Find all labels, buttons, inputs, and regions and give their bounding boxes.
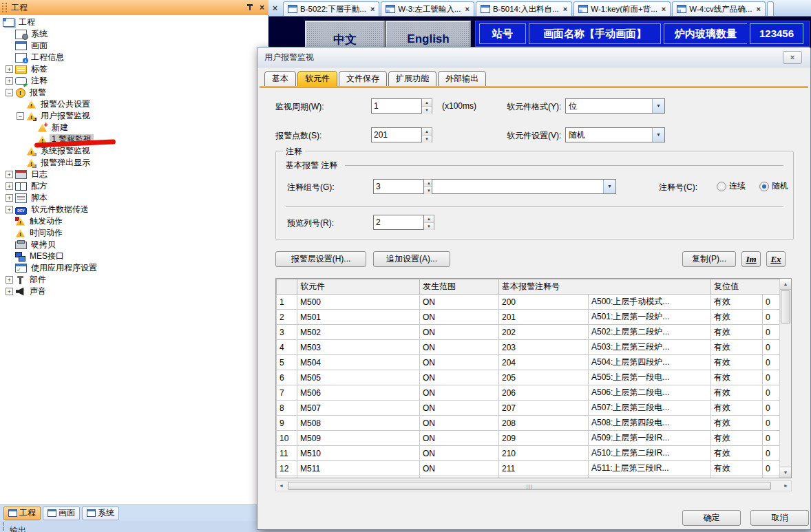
tree-item[interactable]: +日志 bbox=[0, 169, 268, 180]
cell[interactable]: 201 bbox=[499, 310, 589, 325]
table-row[interactable]: 11M510ON210A510:上层第二段IR...有效0 bbox=[277, 446, 781, 461]
panel-close-icon[interactable]: × bbox=[260, 3, 264, 12]
hmi-cell[interactable]: 画面名称【手动画面】 bbox=[529, 23, 661, 44]
tree-item[interactable]: 使用应用程序设置 bbox=[0, 262, 268, 274]
cell[interactable]: M503 bbox=[297, 340, 420, 355]
cell[interactable]: 8 bbox=[277, 401, 297, 416]
radio-random[interactable]: 随机 bbox=[759, 180, 788, 192]
spin-down-icon[interactable]: ▼ bbox=[422, 136, 432, 142]
cell[interactable]: 1 bbox=[277, 295, 297, 310]
cell[interactable]: M508 bbox=[297, 416, 420, 431]
cell[interactable]: ON bbox=[420, 355, 499, 370]
tabbar-close-icon[interactable]: × bbox=[273, 3, 277, 13]
cell[interactable]: A507:上层第三段电... bbox=[589, 401, 711, 416]
cell[interactable]: 204 bbox=[499, 355, 589, 370]
tree-item[interactable]: +注释 bbox=[0, 75, 268, 87]
table-row[interactable]: 8M507ON207A507:上层第三段电...有效0 bbox=[277, 401, 781, 416]
cell[interactable]: A501:上层第一段炉... bbox=[589, 310, 711, 325]
cell[interactable]: 有效 bbox=[711, 385, 763, 401]
cell[interactable]: 有效 bbox=[711, 370, 763, 385]
toggle-plus-icon[interactable]: + bbox=[6, 77, 13, 85]
tree-item[interactable]: MES接口 bbox=[0, 251, 268, 262]
chevron-down-icon[interactable]: ▼ bbox=[652, 99, 664, 113]
panel-grip[interactable] bbox=[2, 3, 7, 12]
cell[interactable]: 0 bbox=[763, 370, 781, 385]
cell[interactable]: 211 bbox=[499, 461, 589, 476]
cell[interactable]: 6 bbox=[277, 370, 297, 385]
cell[interactable]: 200 bbox=[499, 295, 589, 310]
ok-button[interactable]: 确定 bbox=[682, 510, 741, 526]
cell[interactable]: M501 bbox=[297, 310, 420, 325]
cell[interactable]: 3 bbox=[277, 325, 297, 340]
tree-item[interactable]: 报警弹出显示 bbox=[0, 157, 268, 169]
comment-group-combo[interactable]: ▼ bbox=[432, 179, 616, 194]
monitor-cycle-spinner[interactable]: ▲▼ bbox=[371, 98, 432, 114]
tree-item[interactable]: 硬拷贝 bbox=[0, 239, 268, 251]
cell[interactable]: ON bbox=[420, 370, 499, 385]
cancel-button[interactable]: 取消 bbox=[750, 510, 809, 526]
cell[interactable]: ON bbox=[420, 295, 499, 310]
tree-item[interactable]: 系统 bbox=[0, 28, 268, 40]
cell[interactable]: 0 bbox=[763, 476, 781, 479]
document-tab[interactable]: W-4:cv线产品确...× bbox=[672, 1, 766, 16]
cell[interactable]: 206 bbox=[499, 385, 589, 401]
scroll-up-icon[interactable]: ▲ bbox=[780, 279, 791, 290]
toggle-plus-icon[interactable]: + bbox=[6, 171, 13, 178]
spinner-buttons[interactable]: ▲▼ bbox=[422, 127, 432, 142]
col-reset[interactable]: 复位值 bbox=[711, 279, 781, 295]
cell[interactable]: 有效 bbox=[711, 340, 763, 355]
tab-close-icon[interactable]: × bbox=[370, 5, 375, 13]
cell[interactable]: 0 bbox=[763, 355, 781, 370]
cell[interactable]: ON bbox=[420, 401, 499, 416]
tree-item[interactable]: 画面 bbox=[0, 40, 268, 52]
cell[interactable]: 207 bbox=[499, 401, 589, 416]
panel-tab-画面[interactable]: 画面 bbox=[43, 507, 80, 520]
cell[interactable]: M500 bbox=[297, 295, 420, 310]
cell[interactable]: A511:上层第三段IR... bbox=[589, 461, 711, 476]
dialog-titlebar[interactable]: 用户报警监视 × bbox=[257, 47, 810, 67]
export-button[interactable]: Ex bbox=[766, 251, 786, 267]
cell[interactable]: 209 bbox=[499, 431, 589, 446]
tree-item[interactable]: 工程信息 bbox=[0, 52, 268, 63]
hmi-cell[interactable]: 站号 bbox=[479, 23, 526, 44]
tab-close-icon[interactable]: × bbox=[662, 5, 666, 13]
cell[interactable]: A505:上层第一段电... bbox=[589, 370, 711, 385]
document-tab[interactable]: B-5022:下層手動...× bbox=[283, 1, 379, 16]
spin-down-icon[interactable]: ▼ bbox=[424, 223, 434, 230]
cell[interactable]: 2 bbox=[277, 310, 297, 325]
toggle-plus-icon[interactable]: + bbox=[6, 206, 13, 213]
import-button[interactable]: Im bbox=[741, 251, 761, 267]
tree-item[interactable]: 工程 bbox=[0, 17, 268, 28]
copy-button[interactable]: 复制(P)... bbox=[682, 251, 736, 267]
table-row[interactable]: 5M504ON204A504:上层第四段炉...有效0 bbox=[277, 355, 781, 370]
cell[interactable]: 0 bbox=[763, 461, 781, 476]
preview-col-spinner[interactable]: ▲▼ bbox=[373, 215, 434, 230]
document-tab[interactable]: B-5014:入出料自...× bbox=[476, 1, 572, 16]
alarm-layer-button[interactable]: 报警层设置(H)... bbox=[275, 251, 366, 267]
spin-up-icon[interactable]: ▲ bbox=[422, 99, 432, 107]
cell[interactable]: ON bbox=[420, 310, 499, 325]
table-row[interactable]: 4M503ON203A503:上层第三段炉...有效0 bbox=[277, 340, 781, 355]
cell[interactable]: 有效 bbox=[711, 431, 763, 446]
cell[interactable]: 9 bbox=[277, 416, 297, 431]
cell[interactable]: M512 bbox=[297, 476, 420, 479]
tab-close-icon[interactable]: × bbox=[465, 5, 469, 13]
hmi-cell[interactable]: 123456 bbox=[750, 23, 803, 44]
cell[interactable]: ON bbox=[420, 340, 499, 355]
table-row[interactable]: 7M506ON206A506:上层第二段电...有效0 bbox=[277, 385, 781, 401]
dialog-tab-文件保存[interactable]: 文件保存 bbox=[339, 71, 387, 86]
alarm-points-input[interactable] bbox=[371, 127, 422, 142]
spin-down-icon[interactable]: ▼ bbox=[422, 107, 432, 114]
toggle-minus-icon[interactable]: − bbox=[6, 89, 13, 96]
cell[interactable]: ON bbox=[420, 476, 499, 479]
cell[interactable]: 203 bbox=[499, 340, 589, 355]
scroll-down-icon[interactable]: ▼ bbox=[780, 467, 791, 478]
cell[interactable]: 0 bbox=[763, 325, 781, 340]
cell[interactable]: 0 bbox=[763, 295, 781, 310]
spin-up-icon[interactable]: ▲ bbox=[424, 215, 434, 223]
table-row[interactable]: 6M505ON205A505:上层第一段电...有效0 bbox=[277, 370, 781, 385]
col-comment[interactable]: 基本报警注释号 bbox=[499, 279, 711, 295]
cell[interactable]: M507 bbox=[297, 401, 420, 416]
tree-item[interactable]: 时间动作 bbox=[0, 227, 268, 239]
spin-up-icon[interactable]: ▲ bbox=[422, 128, 432, 136]
